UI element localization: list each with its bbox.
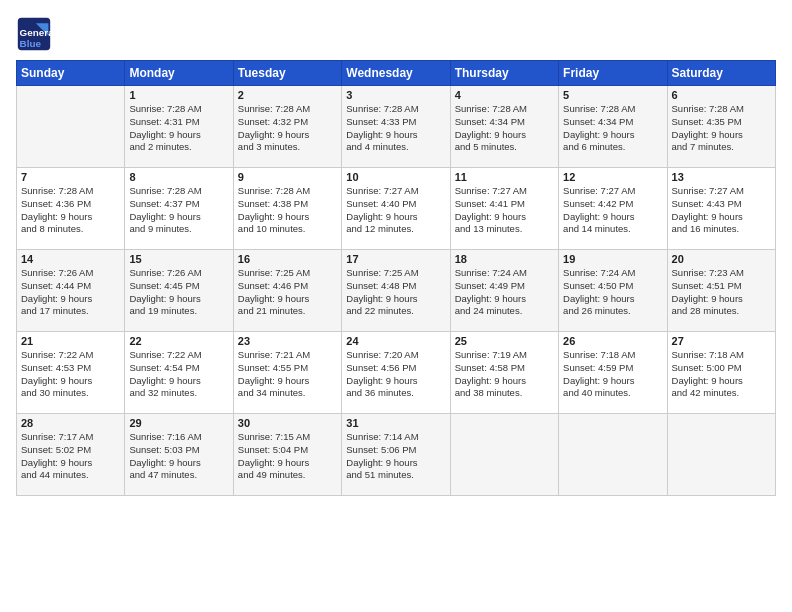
calendar-cell: 15Sunrise: 7:26 AM Sunset: 4:45 PM Dayli… xyxy=(125,250,233,332)
calendar-cell xyxy=(559,414,667,496)
weekday-header-monday: Monday xyxy=(125,61,233,86)
weekday-header-tuesday: Tuesday xyxy=(233,61,341,86)
calendar-cell: 1Sunrise: 7:28 AM Sunset: 4:31 PM Daylig… xyxy=(125,86,233,168)
cell-content: Sunrise: 7:28 AM Sunset: 4:35 PM Dayligh… xyxy=(672,103,771,154)
day-number: 21 xyxy=(21,335,120,347)
cell-content: Sunrise: 7:26 AM Sunset: 4:45 PM Dayligh… xyxy=(129,267,228,318)
page-container: General Blue SundayMondayTuesdayWednesda… xyxy=(0,0,792,504)
cell-content: Sunrise: 7:27 AM Sunset: 4:42 PM Dayligh… xyxy=(563,185,662,236)
day-number: 19 xyxy=(563,253,662,265)
calendar-cell: 3Sunrise: 7:28 AM Sunset: 4:33 PM Daylig… xyxy=(342,86,450,168)
calendar-cell: 23Sunrise: 7:21 AM Sunset: 4:55 PM Dayli… xyxy=(233,332,341,414)
cell-content: Sunrise: 7:24 AM Sunset: 4:50 PM Dayligh… xyxy=(563,267,662,318)
day-number: 5 xyxy=(563,89,662,101)
calendar-cell: 19Sunrise: 7:24 AM Sunset: 4:50 PM Dayli… xyxy=(559,250,667,332)
day-number: 12 xyxy=(563,171,662,183)
week-row-2: 7Sunrise: 7:28 AM Sunset: 4:36 PM Daylig… xyxy=(17,168,776,250)
week-row-4: 21Sunrise: 7:22 AM Sunset: 4:53 PM Dayli… xyxy=(17,332,776,414)
day-number: 17 xyxy=(346,253,445,265)
cell-content: Sunrise: 7:28 AM Sunset: 4:36 PM Dayligh… xyxy=(21,185,120,236)
calendar-cell: 28Sunrise: 7:17 AM Sunset: 5:02 PM Dayli… xyxy=(17,414,125,496)
calendar-cell: 9Sunrise: 7:28 AM Sunset: 4:38 PM Daylig… xyxy=(233,168,341,250)
cell-content: Sunrise: 7:16 AM Sunset: 5:03 PM Dayligh… xyxy=(129,431,228,482)
calendar-cell: 26Sunrise: 7:18 AM Sunset: 4:59 PM Dayli… xyxy=(559,332,667,414)
day-number: 3 xyxy=(346,89,445,101)
calendar-cell: 2Sunrise: 7:28 AM Sunset: 4:32 PM Daylig… xyxy=(233,86,341,168)
calendar-cell: 6Sunrise: 7:28 AM Sunset: 4:35 PM Daylig… xyxy=(667,86,775,168)
cell-content: Sunrise: 7:25 AM Sunset: 4:46 PM Dayligh… xyxy=(238,267,337,318)
day-number: 24 xyxy=(346,335,445,347)
day-number: 9 xyxy=(238,171,337,183)
calendar-cell: 31Sunrise: 7:14 AM Sunset: 5:06 PM Dayli… xyxy=(342,414,450,496)
calendar-cell: 4Sunrise: 7:28 AM Sunset: 4:34 PM Daylig… xyxy=(450,86,558,168)
calendar-cell: 27Sunrise: 7:18 AM Sunset: 5:00 PM Dayli… xyxy=(667,332,775,414)
cell-content: Sunrise: 7:15 AM Sunset: 5:04 PM Dayligh… xyxy=(238,431,337,482)
calendar-cell xyxy=(450,414,558,496)
cell-content: Sunrise: 7:20 AM Sunset: 4:56 PM Dayligh… xyxy=(346,349,445,400)
week-row-1: 1Sunrise: 7:28 AM Sunset: 4:31 PM Daylig… xyxy=(17,86,776,168)
cell-content: Sunrise: 7:19 AM Sunset: 4:58 PM Dayligh… xyxy=(455,349,554,400)
calendar-cell: 16Sunrise: 7:25 AM Sunset: 4:46 PM Dayli… xyxy=(233,250,341,332)
cell-content: Sunrise: 7:17 AM Sunset: 5:02 PM Dayligh… xyxy=(21,431,120,482)
cell-content: Sunrise: 7:28 AM Sunset: 4:32 PM Dayligh… xyxy=(238,103,337,154)
cell-content: Sunrise: 7:28 AM Sunset: 4:33 PM Dayligh… xyxy=(346,103,445,154)
cell-content: Sunrise: 7:28 AM Sunset: 4:34 PM Dayligh… xyxy=(455,103,554,154)
header: General Blue xyxy=(16,16,776,52)
calendar-cell: 11Sunrise: 7:27 AM Sunset: 4:41 PM Dayli… xyxy=(450,168,558,250)
svg-text:Blue: Blue xyxy=(20,38,42,49)
day-number: 7 xyxy=(21,171,120,183)
calendar-cell xyxy=(17,86,125,168)
calendar-cell: 30Sunrise: 7:15 AM Sunset: 5:04 PM Dayli… xyxy=(233,414,341,496)
cell-content: Sunrise: 7:25 AM Sunset: 4:48 PM Dayligh… xyxy=(346,267,445,318)
weekday-header-thursday: Thursday xyxy=(450,61,558,86)
day-number: 30 xyxy=(238,417,337,429)
calendar-cell: 29Sunrise: 7:16 AM Sunset: 5:03 PM Dayli… xyxy=(125,414,233,496)
calendar-cell: 18Sunrise: 7:24 AM Sunset: 4:49 PM Dayli… xyxy=(450,250,558,332)
day-number: 1 xyxy=(129,89,228,101)
day-number: 15 xyxy=(129,253,228,265)
cell-content: Sunrise: 7:22 AM Sunset: 4:54 PM Dayligh… xyxy=(129,349,228,400)
weekday-header-sunday: Sunday xyxy=(17,61,125,86)
day-number: 23 xyxy=(238,335,337,347)
day-number: 6 xyxy=(672,89,771,101)
weekday-header-saturday: Saturday xyxy=(667,61,775,86)
calendar-cell: 14Sunrise: 7:26 AM Sunset: 4:44 PM Dayli… xyxy=(17,250,125,332)
cell-content: Sunrise: 7:21 AM Sunset: 4:55 PM Dayligh… xyxy=(238,349,337,400)
cell-content: Sunrise: 7:28 AM Sunset: 4:38 PM Dayligh… xyxy=(238,185,337,236)
calendar-cell xyxy=(667,414,775,496)
cell-content: Sunrise: 7:18 AM Sunset: 4:59 PM Dayligh… xyxy=(563,349,662,400)
calendar-cell: 20Sunrise: 7:23 AM Sunset: 4:51 PM Dayli… xyxy=(667,250,775,332)
calendar-cell: 24Sunrise: 7:20 AM Sunset: 4:56 PM Dayli… xyxy=(342,332,450,414)
cell-content: Sunrise: 7:27 AM Sunset: 4:43 PM Dayligh… xyxy=(672,185,771,236)
svg-text:General: General xyxy=(20,27,52,38)
day-number: 20 xyxy=(672,253,771,265)
logo-icon: General Blue xyxy=(16,16,52,52)
calendar-body: 1Sunrise: 7:28 AM Sunset: 4:31 PM Daylig… xyxy=(17,86,776,496)
day-number: 10 xyxy=(346,171,445,183)
cell-content: Sunrise: 7:28 AM Sunset: 4:37 PM Dayligh… xyxy=(129,185,228,236)
cell-content: Sunrise: 7:23 AM Sunset: 4:51 PM Dayligh… xyxy=(672,267,771,318)
day-number: 4 xyxy=(455,89,554,101)
calendar-cell: 21Sunrise: 7:22 AM Sunset: 4:53 PM Dayli… xyxy=(17,332,125,414)
weekday-header-wednesday: Wednesday xyxy=(342,61,450,86)
day-number: 29 xyxy=(129,417,228,429)
logo: General Blue xyxy=(16,16,52,52)
calendar-cell: 10Sunrise: 7:27 AM Sunset: 4:40 PM Dayli… xyxy=(342,168,450,250)
day-number: 25 xyxy=(455,335,554,347)
calendar-table: SundayMondayTuesdayWednesdayThursdayFrid… xyxy=(16,60,776,496)
calendar-cell: 22Sunrise: 7:22 AM Sunset: 4:54 PM Dayli… xyxy=(125,332,233,414)
calendar-cell: 7Sunrise: 7:28 AM Sunset: 4:36 PM Daylig… xyxy=(17,168,125,250)
day-number: 31 xyxy=(346,417,445,429)
day-number: 26 xyxy=(563,335,662,347)
cell-content: Sunrise: 7:14 AM Sunset: 5:06 PM Dayligh… xyxy=(346,431,445,482)
day-number: 27 xyxy=(672,335,771,347)
day-number: 18 xyxy=(455,253,554,265)
cell-content: Sunrise: 7:27 AM Sunset: 4:40 PM Dayligh… xyxy=(346,185,445,236)
day-number: 28 xyxy=(21,417,120,429)
cell-content: Sunrise: 7:27 AM Sunset: 4:41 PM Dayligh… xyxy=(455,185,554,236)
calendar-cell: 12Sunrise: 7:27 AM Sunset: 4:42 PM Dayli… xyxy=(559,168,667,250)
day-number: 11 xyxy=(455,171,554,183)
day-number: 22 xyxy=(129,335,228,347)
day-number: 2 xyxy=(238,89,337,101)
calendar-cell: 5Sunrise: 7:28 AM Sunset: 4:34 PM Daylig… xyxy=(559,86,667,168)
